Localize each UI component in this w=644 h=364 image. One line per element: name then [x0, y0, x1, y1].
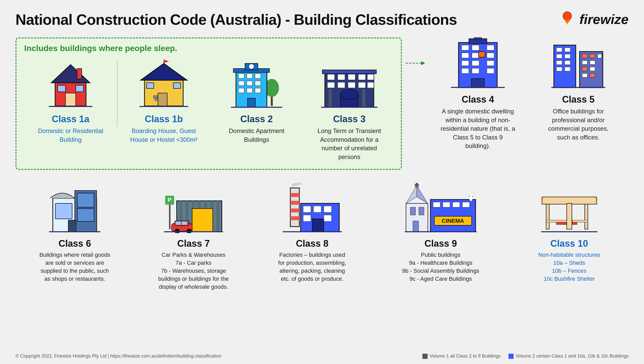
svg-rect-62 — [472, 53, 479, 58]
svg-rect-145 — [462, 202, 470, 207]
class6-label: Class 6 — [58, 238, 91, 249]
svg-rect-29 — [255, 81, 261, 86]
svg-rect-148 — [469, 197, 473, 199]
svg-marker-133 — [406, 185, 417, 203]
bottom-row: Class 6 Buildings where retail goods are… — [15, 181, 629, 291]
class4-building — [451, 37, 505, 89]
svg-rect-4 — [58, 85, 65, 92]
svg-rect-66 — [487, 61, 494, 66]
class8-label: Class 8 — [296, 238, 328, 249]
svg-rect-121 — [290, 201, 299, 205]
class9-desc: Public buildings 9a - Healthcare Buildin… — [402, 251, 479, 283]
legend-box-blue — [509, 354, 514, 359]
svg-rect-47 — [348, 82, 355, 88]
class-card-6: Class 6 Buildings where retail goods are… — [15, 181, 134, 283]
footer: © Copyright 2022, Firewize Holdings Pty … — [15, 353, 629, 359]
legend-label-2: Volume 2 certain Class 1 and 10a, 10b & … — [516, 353, 629, 359]
class9-label: Class 9 — [425, 238, 457, 249]
class2-desc: Domestic Apartment Buildings — [221, 127, 293, 144]
svg-rect-65 — [472, 61, 479, 66]
svg-rect-32 — [255, 88, 261, 93]
svg-rect-44 — [367, 74, 374, 80]
class-card-9: CINEMA Class 9 Public buildings 9a - Hea… — [371, 181, 510, 283]
svg-rect-158 — [567, 203, 572, 229]
class7-desc: Car Parks & Warehouses 7a - Car parks 7b… — [154, 251, 233, 291]
svg-rect-115 — [182, 221, 187, 225]
svg-rect-128 — [303, 215, 311, 221]
svg-rect-111 — [192, 209, 213, 232]
class-card-4: Class 4 A single domestic dwelling withi… — [428, 37, 528, 150]
class5-label: Class 5 — [562, 94, 595, 105]
svg-rect-143 — [443, 202, 450, 207]
class3-label: Class 3 — [333, 114, 366, 125]
svg-point-51 — [340, 89, 358, 100]
svg-rect-59 — [472, 45, 479, 50]
svg-rect-13 — [147, 83, 154, 88]
class10-label: Class 10 — [550, 238, 588, 249]
main-container: National Construction Code (Australia) -… — [0, 0, 644, 364]
class6-building — [49, 181, 100, 233]
class8-building — [283, 181, 342, 233]
class6-desc: Buildings where retail goods are sold or… — [39, 251, 111, 283]
svg-rect-140 — [413, 221, 419, 232]
svg-rect-69 — [472, 68, 479, 73]
class9-building: CINEMA — [405, 181, 477, 233]
svg-rect-24 — [239, 74, 244, 78]
svg-rect-72 — [451, 87, 505, 88]
class-card-1b: Class 1b Boarding House, Guest House or … — [117, 57, 210, 144]
svg-rect-83 — [582, 54, 587, 58]
footer-legend: Volume 1 all Class 2 to 9 Buildings Volu… — [422, 353, 629, 359]
class1b-label: Class 1b — [145, 114, 183, 125]
class7-label: Class 7 — [177, 238, 210, 249]
svg-rect-70 — [487, 68, 494, 73]
svg-rect-144 — [453, 202, 460, 207]
svg-marker-9 — [141, 63, 187, 80]
svg-rect-49 — [367, 82, 374, 88]
svg-rect-14 — [173, 83, 181, 88]
svg-rect-42 — [348, 74, 355, 80]
svg-rect-88 — [582, 67, 587, 71]
class1a-label: Class 1a — [52, 114, 89, 125]
svg-rect-80 — [565, 61, 570, 65]
svg-rect-12 — [158, 93, 167, 106]
logo-icon — [558, 10, 576, 28]
class1b-desc: Boarding House, Guest House or Hostel <3… — [128, 127, 200, 144]
svg-rect-129 — [324, 215, 332, 221]
svg-rect-57 — [474, 37, 482, 39]
svg-rect-75 — [556, 48, 562, 52]
svg-rect-67 — [479, 52, 485, 57]
svg-rect-81 — [556, 67, 562, 71]
svg-rect-40 — [327, 74, 335, 80]
class-card-2: Class 2 Domestic Apartment Buildings — [210, 57, 303, 144]
svg-rect-118 — [164, 231, 223, 232]
svg-rect-125 — [303, 206, 311, 212]
svg-rect-89 — [590, 67, 595, 71]
svg-rect-33 — [248, 98, 255, 107]
svg-rect-37 — [329, 89, 332, 107]
svg-rect-161 — [541, 231, 598, 232]
footer-copyright: © Copyright 2022, Firewize Holdings Pty … — [15, 353, 221, 359]
svg-rect-64 — [462, 61, 469, 66]
svg-rect-87 — [590, 61, 595, 64]
class10-desc: Non-habitable structures 10a – Sheds 10b… — [538, 251, 600, 283]
svg-rect-127 — [324, 206, 332, 212]
svg-rect-43 — [358, 74, 366, 80]
svg-rect-98 — [68, 220, 76, 232]
svg-rect-153 — [585, 203, 588, 229]
svg-rect-39 — [362, 89, 365, 107]
svg-rect-36 — [322, 70, 376, 74]
class8-desc: Factories – buildings used for productio… — [276, 251, 348, 283]
page-title: National Construction Code (Australia) -… — [15, 11, 457, 28]
svg-marker-155 — [541, 197, 542, 204]
legend-box-dark — [422, 354, 428, 359]
svg-rect-97 — [77, 209, 94, 221]
svg-rect-92 — [551, 87, 605, 88]
svg-rect-7 — [49, 106, 92, 107]
class2-label: Class 2 — [240, 114, 273, 125]
svg-rect-78 — [565, 54, 570, 58]
svg-rect-68 — [462, 68, 469, 73]
svg-rect-120 — [290, 193, 299, 197]
svg-rect-60 — [487, 45, 494, 50]
svg-marker-16 — [164, 60, 169, 63]
svg-rect-26 — [255, 74, 261, 78]
